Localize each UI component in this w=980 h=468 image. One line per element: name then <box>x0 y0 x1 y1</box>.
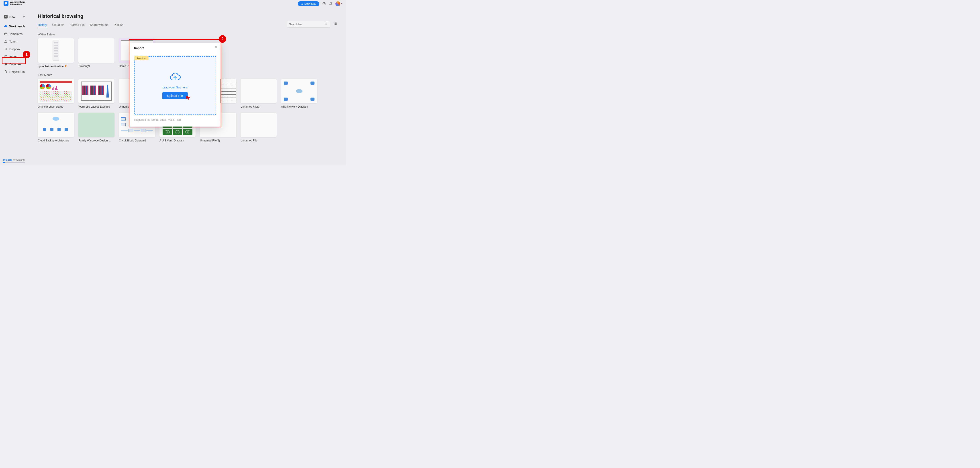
chevron-down-icon: ▼ <box>341 3 343 5</box>
svg-rect-7 <box>334 22 337 23</box>
file-thumbnail <box>78 79 115 103</box>
list-view-icon[interactable] <box>333 22 337 26</box>
download-icon <box>301 2 304 5</box>
send-icon <box>65 65 67 68</box>
svg-rect-2 <box>5 33 7 35</box>
storage-total: 2048.00M <box>14 159 25 161</box>
premium-badge: Premium <box>134 56 148 60</box>
search-box[interactable] <box>287 21 330 28</box>
file-thumbnail <box>38 38 74 63</box>
file-thumbnail <box>281 79 317 103</box>
templates-icon <box>4 32 8 36</box>
tab-share-with-me[interactable]: Share with me <box>90 23 108 28</box>
sidebar-item-label: Favorites <box>10 63 21 66</box>
file-title: Unname <box>119 105 129 108</box>
annotation-badge-2: 2 <box>219 35 226 43</box>
search-input[interactable] <box>289 23 325 26</box>
file-card[interactable]: ... Online product status <box>38 79 74 108</box>
upload-file-button[interactable]: Upload File <box>162 92 188 99</box>
sidebar-item-label: Workbench <box>10 25 25 28</box>
modal-title: Import <box>134 46 216 50</box>
cloud-icon <box>4 24 8 28</box>
file-title: Unnamed File(2) <box>200 139 220 142</box>
app-logo[interactable]: Wondershare EdrawMax <box>3 1 25 6</box>
new-icon: + <box>4 15 8 19</box>
sidebar-item-templates[interactable]: Templates <box>2 30 27 37</box>
page-title: Historical browsing <box>38 13 337 19</box>
annotation-badge-1: 1 <box>23 51 30 58</box>
avatar <box>336 2 340 6</box>
import-modal: Import ✕ Premium drag your files here Up… <box>130 43 221 127</box>
search-icon[interactable] <box>325 22 328 26</box>
sidebar-item-label: Import <box>10 55 18 58</box>
file-card[interactable]: Drawing9 <box>78 38 115 68</box>
drag-hint-text: drag your files here <box>162 86 187 89</box>
svg-point-5 <box>325 23 327 24</box>
svg-rect-8 <box>334 23 334 24</box>
file-thumbnail <box>240 79 277 103</box>
sidebar-item-label: Team <box>10 40 16 43</box>
file-thumbnail <box>78 38 115 63</box>
download-button[interactable]: Download <box>298 2 320 6</box>
file-title: Family Wardrobe Design ... <box>78 139 111 142</box>
trash-icon <box>4 70 8 73</box>
sidebar-item-team[interactable]: Team <box>2 38 27 45</box>
file-card[interactable]: ATM Network Diagram <box>281 79 317 108</box>
sidebar-item-dropbox[interactable]: Dropbox <box>2 45 27 53</box>
file-title: ATM Network Diagram <box>281 105 308 108</box>
supported-formats-text: supported file format: eddx、vsdx、vsd <box>134 118 216 122</box>
close-icon[interactable]: ✕ <box>215 45 217 49</box>
sidebar-item-favorites[interactable]: Favorites <box>2 60 27 68</box>
bell-icon[interactable] <box>329 2 333 6</box>
file-thumbnail <box>38 113 74 137</box>
plus-icon[interactable]: + <box>23 15 25 19</box>
file-title: Online product status <box>38 105 63 108</box>
tab-publish[interactable]: Publish <box>114 23 123 28</box>
file-card[interactable]: Cloud Backup Architecture <box>38 113 74 142</box>
sidebar-item-label: Templates <box>10 32 22 36</box>
sidebar-item-label: Recycle Bin <box>10 70 25 73</box>
tab-history[interactable]: History <box>38 23 47 28</box>
heart-icon <box>4 62 8 66</box>
svg-rect-10 <box>334 24 334 25</box>
file-thumbnail: ... <box>38 79 74 103</box>
tab-cloud-file[interactable]: Cloud file <box>52 23 64 28</box>
user-avatar-menu[interactable]: ▼ <box>336 2 343 6</box>
svg-rect-11 <box>334 24 337 25</box>
help-icon[interactable] <box>322 2 326 6</box>
edrawmax-logo-icon <box>3 1 8 6</box>
svg-rect-9 <box>334 23 337 24</box>
file-card[interactable]: oppenheimer-timeline <box>38 38 74 68</box>
file-card[interactable]: Wardrobe Layout Example <box>78 79 115 108</box>
storage-used: 199.67M <box>3 159 12 161</box>
file-card[interactable]: Unnamed File <box>240 113 277 142</box>
file-card[interactable]: Unnamed File(3) <box>240 79 277 108</box>
file-title: Unnamed File(3) <box>240 105 260 108</box>
sidebar-item-workbench[interactable]: Workbench <box>2 23 27 30</box>
storage-sep: / <box>12 159 14 161</box>
file-title: Drawing9 <box>78 65 90 68</box>
file-drop-zone[interactable]: Premium drag your files here Upload File <box>134 56 216 115</box>
brand-line2: EdrawMax <box>10 3 25 6</box>
sidebar-item-new[interactable]: + New + <box>2 13 27 20</box>
section-heading: Within 7 days <box>38 33 337 36</box>
topbar: Wondershare EdrawMax Download ▼ <box>0 0 346 7</box>
new-label: New <box>10 15 15 19</box>
file-title: Cloud Backup Architecture <box>38 139 69 142</box>
sidebar: + New + Workbench Templates Team Dropbox… <box>0 7 29 165</box>
svg-point-4 <box>6 41 7 41</box>
file-thumbnail <box>240 113 277 137</box>
import-icon <box>4 55 8 58</box>
svg-point-3 <box>5 40 6 41</box>
file-title: Home P <box>119 65 129 68</box>
sidebar-item-label: Dropbox <box>10 48 20 51</box>
tab-starred-file[interactable]: Starred File <box>70 23 84 28</box>
cloud-upload-icon <box>169 72 181 83</box>
file-title: oppenheimer-timeline <box>38 65 64 68</box>
file-title: Unnamed File <box>240 139 257 142</box>
file-card[interactable]: Family Wardrobe Design ... <box>78 113 115 142</box>
svg-rect-6 <box>334 22 334 23</box>
dropbox-icon <box>4 47 8 51</box>
sidebar-item-recycle-bin[interactable]: Recycle Bin <box>2 68 27 75</box>
storage-bar <box>3 162 25 163</box>
